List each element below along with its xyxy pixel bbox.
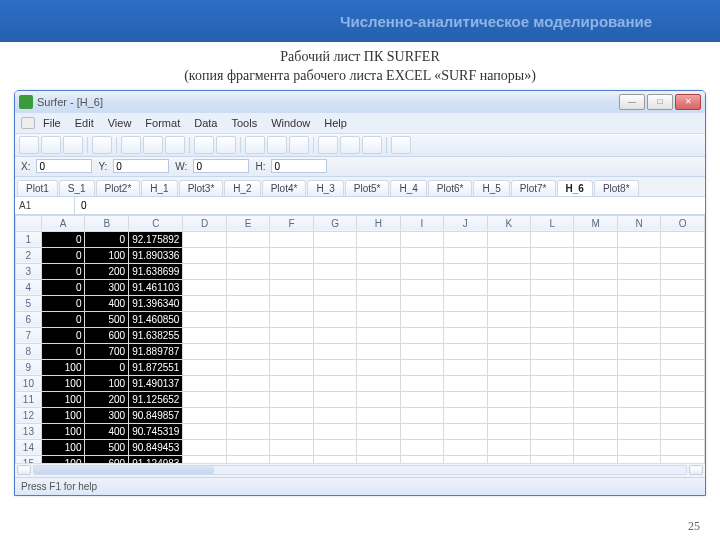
cell[interactable] bbox=[313, 455, 356, 463]
cell[interactable] bbox=[183, 439, 226, 455]
cell[interactable] bbox=[661, 279, 705, 295]
cell[interactable]: 91.638699 bbox=[129, 263, 183, 279]
cell[interactable] bbox=[226, 279, 269, 295]
cell[interactable]: 90.849857 bbox=[129, 407, 183, 423]
cell[interactable] bbox=[183, 359, 226, 375]
cell[interactable] bbox=[183, 311, 226, 327]
cell[interactable] bbox=[444, 279, 487, 295]
cell[interactable] bbox=[270, 439, 313, 455]
cell[interactable] bbox=[617, 455, 660, 463]
cell[interactable] bbox=[183, 247, 226, 263]
col-header[interactable]: H bbox=[357, 215, 400, 231]
row-header[interactable]: 1 bbox=[16, 231, 42, 247]
row-header[interactable]: 5 bbox=[16, 295, 42, 311]
cell[interactable] bbox=[313, 231, 356, 247]
cell[interactable] bbox=[617, 327, 660, 343]
cell[interactable] bbox=[661, 455, 705, 463]
cell[interactable] bbox=[357, 343, 400, 359]
cell[interactable] bbox=[574, 247, 617, 263]
cell[interactable] bbox=[357, 407, 400, 423]
cell[interactable] bbox=[661, 327, 705, 343]
cell[interactable] bbox=[226, 455, 269, 463]
cell[interactable] bbox=[531, 263, 574, 279]
cell[interactable]: 100 bbox=[41, 407, 85, 423]
cell[interactable] bbox=[444, 439, 487, 455]
cell[interactable] bbox=[313, 295, 356, 311]
cell[interactable] bbox=[617, 439, 660, 455]
row-header[interactable]: 7 bbox=[16, 327, 42, 343]
worksheet-tab[interactable]: H_3 bbox=[307, 180, 343, 196]
cell[interactable]: 400 bbox=[85, 295, 129, 311]
cell[interactable]: 600 bbox=[85, 327, 129, 343]
coord-y-input[interactable] bbox=[113, 159, 169, 173]
cell[interactable] bbox=[313, 263, 356, 279]
cell[interactable] bbox=[400, 247, 443, 263]
cell[interactable] bbox=[531, 359, 574, 375]
cell[interactable] bbox=[400, 327, 443, 343]
cell[interactable] bbox=[444, 295, 487, 311]
cell[interactable] bbox=[357, 295, 400, 311]
cell[interactable] bbox=[661, 391, 705, 407]
worksheet-tab[interactable]: H_4 bbox=[390, 180, 426, 196]
cell[interactable] bbox=[531, 439, 574, 455]
cell[interactable] bbox=[400, 263, 443, 279]
minimize-button[interactable]: — bbox=[619, 94, 645, 110]
cell[interactable] bbox=[444, 231, 487, 247]
cell[interactable] bbox=[400, 455, 443, 463]
cell[interactable] bbox=[444, 455, 487, 463]
cell[interactable] bbox=[313, 359, 356, 375]
cell[interactable] bbox=[661, 343, 705, 359]
cell[interactable] bbox=[270, 455, 313, 463]
cell[interactable] bbox=[183, 391, 226, 407]
cell[interactable]: 600 bbox=[85, 455, 129, 463]
cell[interactable] bbox=[574, 343, 617, 359]
cell[interactable] bbox=[313, 407, 356, 423]
cell[interactable] bbox=[661, 231, 705, 247]
cell[interactable] bbox=[617, 391, 660, 407]
cell[interactable] bbox=[226, 439, 269, 455]
cell[interactable] bbox=[487, 311, 530, 327]
col-header[interactable]: F bbox=[270, 215, 313, 231]
cell[interactable]: 91.124983 bbox=[129, 455, 183, 463]
cell[interactable] bbox=[617, 343, 660, 359]
row-header[interactable]: 8 bbox=[16, 343, 42, 359]
cell[interactable] bbox=[270, 311, 313, 327]
cell[interactable] bbox=[226, 231, 269, 247]
cell[interactable] bbox=[183, 295, 226, 311]
tool-zoomout-icon[interactable] bbox=[267, 136, 287, 154]
cell[interactable] bbox=[270, 407, 313, 423]
col-header[interactable]: E bbox=[226, 215, 269, 231]
row-header[interactable]: 13 bbox=[16, 423, 42, 439]
cell[interactable]: 200 bbox=[85, 391, 129, 407]
worksheet-tab[interactable]: Plot5* bbox=[345, 180, 390, 196]
cell[interactable]: 0 bbox=[41, 327, 85, 343]
cell[interactable] bbox=[183, 423, 226, 439]
cell[interactable] bbox=[444, 391, 487, 407]
cell[interactable]: 0 bbox=[41, 311, 85, 327]
cell[interactable] bbox=[444, 407, 487, 423]
cell[interactable] bbox=[313, 279, 356, 295]
cell[interactable] bbox=[400, 343, 443, 359]
cell[interactable] bbox=[661, 247, 705, 263]
cell[interactable] bbox=[617, 247, 660, 263]
cell[interactable] bbox=[617, 279, 660, 295]
cell-address[interactable]: A1 bbox=[15, 197, 75, 214]
worksheet-tab[interactable]: Plot8* bbox=[594, 180, 639, 196]
cell[interactable] bbox=[574, 263, 617, 279]
cell[interactable] bbox=[531, 391, 574, 407]
col-header[interactable]: N bbox=[617, 215, 660, 231]
cell[interactable] bbox=[400, 311, 443, 327]
row-header[interactable]: 11 bbox=[16, 391, 42, 407]
cell[interactable] bbox=[400, 279, 443, 295]
cell[interactable] bbox=[357, 439, 400, 455]
col-header[interactable]: D bbox=[183, 215, 226, 231]
cell[interactable]: 91.638255 bbox=[129, 327, 183, 343]
cell[interactable] bbox=[270, 247, 313, 263]
worksheet[interactable]: ABCDEFGHIJKLMNO10092.1758922010091.89033… bbox=[15, 215, 705, 463]
cell[interactable] bbox=[357, 391, 400, 407]
cell[interactable] bbox=[487, 343, 530, 359]
menu-data[interactable]: Data bbox=[188, 116, 223, 130]
worksheet-tab[interactable]: Plot3* bbox=[179, 180, 224, 196]
cell[interactable]: 91.890336 bbox=[129, 247, 183, 263]
cell[interactable] bbox=[531, 455, 574, 463]
